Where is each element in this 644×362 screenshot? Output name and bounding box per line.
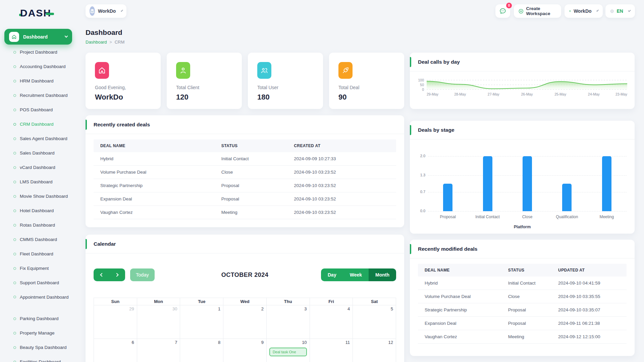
sidebar-item[interactable]: Beauty Spa Dashboard	[0, 340, 79, 355]
table-row: HybridInitial Contact2024-09-10 04:41:59	[418, 277, 627, 290]
sidebar-item[interactable]: POS Dashboard	[0, 103, 79, 117]
calendar-cell[interactable]: 7	[137, 339, 180, 362]
breadcrumb-current: CRM	[115, 40, 125, 45]
view-day-button[interactable]: Day	[321, 268, 343, 281]
rocket-icon	[338, 62, 353, 79]
calendar-date: 5	[356, 306, 393, 311]
calendar-cell[interactable]: 3	[267, 305, 310, 339]
sidebar-item-dashboard-active[interactable]: Dashboard	[4, 29, 72, 45]
sidebar-item[interactable]: Parking Dashboard	[0, 311, 79, 326]
calendar-cell[interactable]: 1	[180, 305, 223, 339]
create-workspace-button[interactable]: Create Workspace	[514, 4, 561, 18]
breadcrumb-dashboard-link[interactable]: Dashboard	[86, 40, 107, 45]
table-row: Expansion DealProposal2024-09-11 06:21:3…	[418, 317, 627, 330]
bullet-icon	[13, 346, 16, 349]
sidebar-item[interactable]: Recruitment Dashboard	[0, 88, 79, 103]
calendar-cell[interactable]: 10Deal task One	[267, 339, 310, 362]
sidebar-item[interactable]: Appointment Dashboard	[0, 290, 79, 311]
bullet-icon	[13, 361, 16, 362]
stat-card: Total User180	[248, 53, 323, 109]
calendar-cell[interactable]: 4	[310, 305, 353, 339]
stat-value: 90	[338, 93, 395, 102]
workspace-switcher[interactable]: WorkDo	[86, 4, 126, 18]
table-cell: 2024-09-10 03:23:52	[287, 210, 396, 215]
sidebar-item[interactable]: Movie Show Dashboard	[0, 189, 79, 203]
table-row: Strategic PartnershipProposal2024-09-10 …	[94, 179, 396, 192]
sidebar-item[interactable]: LMS Dashboard	[0, 175, 79, 189]
y-tick-label: 1.3	[412, 173, 425, 177]
table-header: DEAL NAMESTATUSUPDATED AT	[418, 264, 627, 277]
bullet-icon	[13, 282, 16, 284]
workspace-menu[interactable]: WorkDo	[565, 4, 603, 18]
sidebar-item[interactable]: CRM Dashboard	[0, 117, 79, 131]
table-cell: Strategic Partnership	[418, 307, 501, 312]
sidebar-item[interactable]: Sales Dashboard	[0, 146, 79, 160]
sidebar-item[interactable]: Fix Equipment	[0, 261, 79, 276]
sidebar-item[interactable]: Fleet Dashboard	[0, 247, 79, 261]
title-accent-bar	[410, 125, 411, 135]
table-row: Vaughan CortezMeeting2024-09-12 12:15:00	[418, 330, 627, 344]
sidebar-item-label: Sales Agent Dashboard	[20, 135, 70, 142]
recently-modified-title: Recently modified deals	[418, 246, 477, 252]
view-month-button[interactable]: Month	[369, 268, 396, 281]
sidebar-item[interactable]: Rotas Dashboard	[0, 218, 79, 232]
day-header: Wed	[223, 298, 267, 305]
x-tick-label: Proposal	[429, 215, 466, 219]
prev-month-button[interactable]	[94, 268, 109, 281]
sidebar-item[interactable]: Support Dashboard	[0, 276, 79, 290]
table-cell: 2024-09-10 03:35:07	[551, 307, 627, 312]
table-cell: Expansion Deal	[418, 321, 501, 326]
messages-button[interactable]: 0	[495, 4, 510, 18]
calendar-date: 10	[269, 340, 307, 345]
stat-card: Good Evening,WorkDo	[86, 53, 161, 109]
sidebar-item[interactable]: Accounting Dashboard	[0, 59, 79, 74]
table-cell: 2024-09-10 03:35:55	[551, 294, 627, 299]
view-week-button[interactable]: Week	[343, 268, 369, 281]
sidebar-item-label: Parking Dashboard	[20, 315, 70, 322]
today-button[interactable]: Today	[130, 268, 155, 281]
table-cell: Vaughan Cortez	[94, 210, 215, 215]
calendar-cell[interactable]: 9	[223, 339, 267, 362]
users-icon	[257, 62, 271, 79]
next-month-button[interactable]	[109, 268, 125, 281]
calendar-date: 30	[140, 306, 177, 311]
calendar-cell[interactable]: 29	[94, 305, 137, 339]
sidebar-item[interactable]: Project Dashboard	[0, 45, 79, 59]
calendar-cell[interactable]: 8	[180, 339, 223, 362]
chevron-down-icon	[628, 9, 631, 12]
sidebar-item[interactable]: CMMS Dashboard	[0, 232, 79, 247]
table-row: Strategic PartnershipProposal2024-09-10 …	[418, 303, 627, 317]
calendar-event[interactable]: Deal task One	[269, 348, 307, 356]
bullet-icon	[13, 94, 16, 97]
sidebar-item[interactable]: HRM Dashboard	[0, 74, 79, 88]
sidebar-item[interactable]: Hotel Dashboard	[0, 203, 79, 218]
calendar-cell[interactable]: 12	[353, 339, 396, 362]
table-header: DEAL NAMESTATUSCREATED AT	[94, 139, 396, 152]
calendar-week: 293012345	[94, 305, 396, 339]
calendar-cell[interactable]: 5	[353, 305, 396, 339]
sidebar-item[interactable]: Sales Agent Dashboard	[0, 131, 79, 146]
table-cell: Hybrid	[94, 156, 215, 161]
column-header: STATUS	[501, 268, 551, 273]
y-tick-label: 0.7	[412, 190, 425, 194]
sidebar-item-label: CMMS Dashboard	[20, 236, 70, 243]
language-menu[interactable]: EN	[605, 4, 635, 18]
stat-label: Total User	[257, 85, 314, 90]
calendar-cell[interactable]: 11	[310, 339, 353, 362]
table-cell: Proposal	[501, 321, 551, 326]
user-icon	[176, 62, 190, 79]
calendar-cell[interactable]: 6	[94, 339, 137, 362]
calendar-cell[interactable]: 2	[223, 305, 267, 339]
calendar-date: 29	[97, 306, 134, 311]
table-cell: Close	[215, 170, 287, 175]
calendar-title: Calendar	[94, 241, 116, 247]
table-cell: Proposal	[215, 183, 287, 188]
calendar-date: 6	[97, 340, 134, 345]
table-cell: Volume Purchase Deal	[418, 294, 501, 299]
table-cell: 2024-09-10 04:41:59	[551, 281, 627, 286]
calendar-cell[interactable]: 30	[137, 305, 180, 339]
sidebar-item-label: POS Dashboard	[20, 106, 70, 113]
sidebar-item[interactable]: Facilities Dashboard	[0, 355, 79, 362]
sidebar-item[interactable]: Property Manage	[0, 326, 79, 340]
sidebar-item[interactable]: vCard Dashboard	[0, 160, 79, 175]
